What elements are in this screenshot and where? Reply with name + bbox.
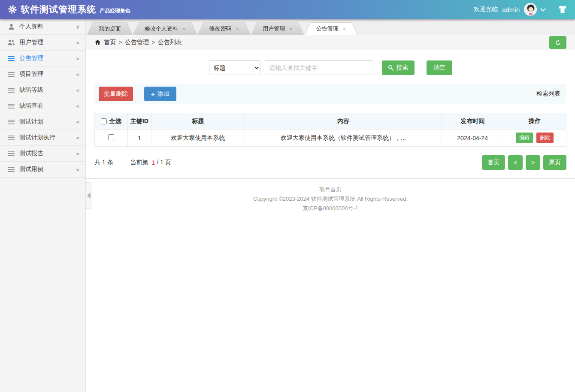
total-count: 共 1 条 [94,159,113,166]
chevron-collapsed-icon: < [76,166,79,173]
breadcrumb-announcement-list[interactable]: 公告列表 [158,39,182,46]
first-page-button[interactable]: 首页 [482,155,505,170]
search-button-label: 搜索 [396,64,409,72]
triangle-left-icon [87,193,91,199]
table-header-row: 全选 主键ID 标题 内容 发布时间 操作 [95,113,566,130]
column-header-content: 内容 [245,113,442,130]
sidebar-collapse-handle[interactable] [86,182,92,209]
sidebar-item-label: 缺陷等级 [19,86,76,94]
menu-bars-icon [7,150,15,157]
sidebar-item-project-management[interactable]: 项目管理 < [0,66,85,82]
delete-button[interactable]: 删除 [536,133,554,143]
breadcrumb-home[interactable]: 首页 [104,39,116,46]
tab-edit-profile-wrap: 修改个人资料 × [133,23,197,35]
next-page-button[interactable]: > [526,155,540,170]
footer: 项目首页 Copyright ©2023-2024 软件测试管理系统 All R… [86,178,575,213]
column-header-title: 标题 [151,113,245,130]
sidebar-item-test-plan[interactable]: 测试计划 < [0,114,85,130]
tab-my-desktop-wrap: 我的桌面 [88,23,132,35]
welcome-text: 欢迎光临 [474,6,498,13]
tab-change-password[interactable]: 修改密码 × [198,23,251,35]
sidebar-item-defect-view[interactable]: 缺陷查看 < [0,98,85,114]
menu-bars-icon [7,166,15,173]
sidebar-item-test-plan-execution[interactable]: 测试计划执行 < [0,130,85,146]
table-row: 1 欢迎大家使用本系统 欢迎大家使用本系统（软件测试管理系统），... 2024… [95,130,566,147]
sidebar: 个人资料 ∨ 用户管理 < 公告管理 > 项目管理 < 缺陷等级 < 缺陷查看 [0,19,86,392]
breadcrumb: 首页 > 公告管理 > 公告列表 [86,35,575,50]
chevron-down-icon: ∨ [76,24,79,30]
tab-label: 公告管理 [316,25,339,33]
chevron-expanded-icon: > [76,55,79,62]
sidebar-item-label: 测试用例 [19,166,76,173]
chevron-collapsed-icon: < [76,103,79,109]
add-button-label: 添加 [157,90,169,98]
search-icon [388,65,394,71]
tab-label: 我的桌面 [99,25,121,33]
sidebar-item-label: 测试计划 [19,118,76,126]
search-button[interactable]: 搜索 [382,60,415,75]
close-icon[interactable]: × [289,26,293,32]
chevron-down-icon[interactable] [540,6,546,12]
select-all-header: 全选 [95,113,128,130]
column-header-id: 主键ID [127,113,151,130]
breadcrumb-announcement-management[interactable]: 公告管理 [125,39,149,46]
table-toolbar: 批量删除 + 添加 检索列表 [94,84,566,104]
column-header-actions: 操作 [503,113,566,130]
tab-label: 修改个人资料 [145,25,178,33]
sidebar-item-user-management[interactable]: 用户管理 < [0,35,85,51]
footer-icp: 京ICP备00000000号-1 [86,204,575,213]
edit-button[interactable]: 编辑 [516,133,533,143]
tshirt-icon[interactable] [558,5,567,14]
close-icon[interactable]: × [236,26,239,32]
tab-user-management[interactable]: 用户管理 × [251,23,304,35]
add-button[interactable]: + 添加 [144,87,176,101]
breadcrumb-separator: > [119,39,122,45]
chevron-collapsed-icon: < [76,39,79,46]
sidebar-item-defect-level[interactable]: 缺陷等级 < [0,82,85,98]
footer-copyright: Copyright ©2023-2024 软件测试管理系统 All Rights… [86,194,575,204]
current-page-prefix: 当前第 [130,159,148,166]
home-icon [94,39,101,45]
tab-announcement-management[interactable]: 公告管理 × [305,23,357,35]
sidebar-item-test-case[interactable]: 测试用例 < [0,162,85,178]
page-count-suffix: / 1 页 [157,159,171,166]
clear-button[interactable]: 清空 [427,60,452,75]
close-icon[interactable]: × [182,26,186,32]
clear-button-label: 清空 [433,64,445,72]
avatar[interactable] [524,3,537,16]
tab-change-password-wrap: 修改密码 × [198,23,251,35]
sidebar-item-announcement-management[interactable]: 公告管理 > [0,51,85,66]
close-icon[interactable]: × [343,26,346,32]
last-page-button[interactable]: 尾页 [543,155,566,170]
menu-bars-icon [7,118,15,125]
sidebar-item-label: 缺陷查看 [19,102,76,110]
refresh-button[interactable] [549,36,566,49]
search-field-select[interactable]: 标题 [209,60,260,75]
tab-my-desktop[interactable]: 我的桌面 [88,23,132,35]
search-input[interactable] [265,60,373,75]
footer-home-link[interactable]: 项目首页 [86,185,575,194]
username: admin [502,6,520,13]
chevron-collapsed-icon: < [76,119,79,125]
row-publish-time: 2024-04-24 [442,130,503,147]
sidebar-item-label: 项目管理 [19,70,76,78]
sidebar-item-profile[interactable]: 个人资料 ∨ [0,19,85,35]
tab-edit-profile[interactable]: 修改个人资料 × [133,23,197,35]
prev-page-button[interactable]: < [508,155,523,170]
select-all-checkbox[interactable] [101,118,107,124]
menu-bars-icon [7,55,15,62]
sidebar-item-label: 个人资料 [19,23,76,30]
sidebar-item-label: 公告管理 [19,54,76,62]
header-right: 欢迎光临 admin [474,3,567,16]
sidebar-item-test-report[interactable]: 测试报告 < [0,146,85,162]
menu-bars-icon [7,87,15,93]
select-all-label: 全选 [109,118,121,125]
search-bar: 标题 搜索 清空 [86,60,575,75]
plus-icon: + [151,90,155,98]
row-checkbox[interactable] [108,134,114,140]
row-id: 1 [127,130,151,147]
batch-delete-button[interactable]: 批量删除 [99,87,133,101]
chevron-collapsed-icon: < [76,71,79,78]
role-subtitle: 产品经理角色 [100,7,130,15]
users-icon [7,39,15,46]
